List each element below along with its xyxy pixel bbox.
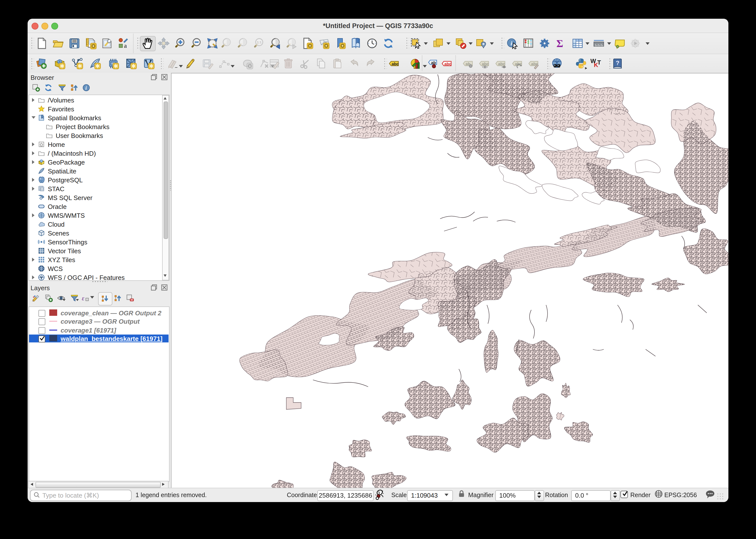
svg-text:T: T (597, 59, 601, 65)
svg-text:ab: ab (431, 60, 436, 65)
svg-text:?: ? (616, 59, 620, 66)
svg-text:1:1: 1:1 (257, 40, 261, 44)
svg-text:i: i (511, 40, 512, 46)
svg-text:abc: abc (482, 61, 489, 66)
svg-text:ε: ε (82, 295, 85, 302)
svg-text:a: a (124, 42, 127, 49)
svg-text:abc: abc (498, 61, 505, 66)
svg-text:abc: abc (391, 61, 399, 66)
svg-text:i: i (85, 85, 87, 91)
svg-text:Σ: Σ (556, 38, 563, 49)
svg-text:abc: abc (445, 61, 452, 66)
